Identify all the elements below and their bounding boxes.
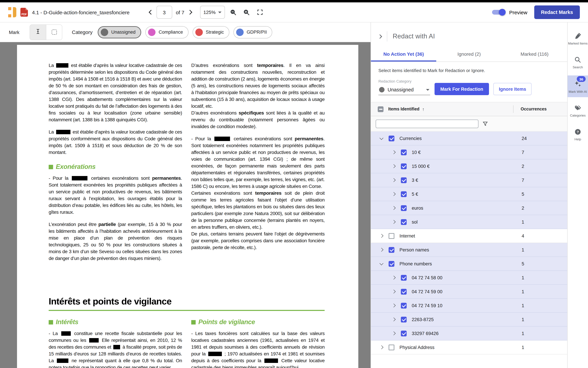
expand-row-chevron-icon[interactable] <box>380 248 384 252</box>
doc-paragraph: Certaines exonérations sont temporaires … <box>191 190 325 230</box>
doc-subheading-interets: Intérêts <box>49 318 182 326</box>
table-row-04-72-74-59-00[interactable]: 04 72 74 59 001 <box>371 285 567 299</box>
item-checkbox[interactable] <box>389 135 394 141</box>
item-checkbox[interactable] <box>401 191 407 197</box>
table-row-04-72-74-58-00[interactable]: 04 72 74 58 001 <box>371 271 567 285</box>
items-filter-input[interactable] <box>376 120 478 128</box>
area-select-tool-button[interactable] <box>46 25 62 40</box>
category-pill-label: GDPR/PII <box>247 29 267 35</box>
collapse-panel-chevron-icon[interactable] <box>378 34 382 38</box>
doc-text: La <box>49 63 55 68</box>
previous-page-chevron-icon[interactable] <box>149 10 153 15</box>
panel-controls: Redaction Category Unassigned Mark For R… <box>371 74 567 102</box>
page-number-input[interactable] <box>156 6 172 19</box>
table-row-sol[interactable]: sol1 <box>371 215 567 229</box>
rail-item-search[interactable]: Search <box>568 52 588 73</box>
sort-ascending-icon[interactable]: ↑ <box>422 107 424 112</box>
rail-item-mark-with-ai[interactable]: 36Mark With AI <box>568 75 588 97</box>
item-checkbox[interactable] <box>401 289 407 294</box>
expand-row-chevron-icon[interactable] <box>392 290 396 294</box>
document-viewport[interactable]: La est établie d’après la valeur locativ… <box>0 42 371 368</box>
expand-row-chevron-icon[interactable] <box>392 304 396 307</box>
item-checkbox[interactable] <box>389 344 394 350</box>
item-checkbox[interactable] <box>389 233 394 239</box>
rail-item-categories[interactable]: Categories <box>568 100 588 121</box>
toggle-knob <box>499 9 506 16</box>
item-checkbox[interactable] <box>401 275 407 280</box>
item-checkbox[interactable] <box>389 261 394 267</box>
items-table-header: Items Identified ↑ Occurrences <box>371 102 567 116</box>
doc-bold-text: temporaires <box>255 190 282 196</box>
category-pill-compliance[interactable]: Compliance <box>145 26 189 38</box>
expand-row-chevron-icon[interactable] <box>392 192 396 196</box>
table-row-physical-address[interactable]: Physical Address1 <box>371 340 567 354</box>
expand-row-chevron-icon[interactable] <box>380 234 384 238</box>
table-row-3[interactable]: 3 €7 <box>371 173 567 187</box>
expand-row-chevron-icon[interactable] <box>392 178 396 182</box>
ignore-items-button[interactable]: Ignore Items <box>493 83 532 95</box>
rail-item-help[interactable]: ?Help <box>568 124 588 145</box>
table-row-04-72-74-59-10[interactable]: 04 72 74 59 101 <box>371 299 567 313</box>
collapse-row-chevron-icon[interactable] <box>380 261 384 265</box>
select-all-checkbox[interactable] <box>378 106 384 112</box>
category-pill-unassigned[interactable]: Unassigned <box>98 26 141 38</box>
items-filter-row <box>371 116 567 131</box>
table-row-15-000[interactable]: 15 000 €2 <box>371 159 567 173</box>
item-occurrence-count: 1 <box>522 275 524 280</box>
item-checkbox[interactable] <box>401 316 407 322</box>
table-row-phone-numbers[interactable]: Phone numbers5 <box>371 257 567 271</box>
category-pill-strategic[interactable]: Strategic <box>193 26 229 38</box>
expand-row-chevron-icon[interactable] <box>380 345 384 349</box>
collapse-row-chevron-icon[interactable] <box>380 136 384 140</box>
expand-row-chevron-icon[interactable] <box>392 220 396 224</box>
table-row-5[interactable]: 5 €5 <box>371 187 567 201</box>
item-occurrence-count: 24 <box>522 136 527 141</box>
item-checkbox[interactable] <box>401 205 407 211</box>
doc-subheading-vigilance: Points de vigilance <box>191 318 325 326</box>
table-row-person-names[interactable]: Person names1 <box>371 243 567 257</box>
doc-bold-text: temporaires <box>257 63 283 68</box>
expand-row-chevron-icon[interactable] <box>392 276 396 280</box>
category-color-dot <box>101 28 108 36</box>
preview-toggle[interactable] <box>492 10 505 15</box>
item-checkbox[interactable] <box>401 219 407 225</box>
fullscreen-icon[interactable] <box>255 8 265 17</box>
next-page-chevron-icon[interactable] <box>187 10 192 15</box>
filter-funnel-icon[interactable] <box>482 121 488 127</box>
table-row-euros[interactable]: euros2 <box>371 201 567 215</box>
item-checkbox[interactable] <box>401 177 407 183</box>
expand-row-chevron-icon[interactable] <box>392 164 396 168</box>
item-checkbox[interactable] <box>401 303 407 308</box>
zoom-out-icon[interactable] <box>229 8 238 17</box>
redaction-category-select[interactable]: Unassigned <box>378 86 430 95</box>
zoom-in-icon[interactable] <box>242 8 251 17</box>
item-checkbox[interactable] <box>389 247 394 253</box>
unassigned-color-dot <box>379 87 385 92</box>
item-occurrence-count: 2 <box>522 164 524 169</box>
expand-row-chevron-icon[interactable] <box>392 206 396 210</box>
item-checkbox[interactable] <box>401 149 407 155</box>
table-row-currencies[interactable]: Currencies24 <box>371 131 567 146</box>
item-checkbox[interactable] <box>401 163 407 169</box>
rail-item-marked-items[interactable]: Marked Items <box>568 28 588 49</box>
tab-ignored-2[interactable]: Ignored (2) <box>436 47 502 62</box>
expand-row-chevron-icon[interactable] <box>392 331 396 335</box>
category-pill-gdpr-pii[interactable]: GDPR/PII <box>233 26 272 38</box>
table-row-internet[interactable]: Internet4 <box>371 229 567 243</box>
redact-marks-button[interactable]: Redact Marks <box>534 5 580 19</box>
category-pill-group: UnassignedComplianceStrategicGDPR/PII <box>98 26 272 38</box>
expand-row-chevron-icon[interactable] <box>392 318 396 322</box>
zoom-level-select[interactable]: 125% <box>200 6 225 19</box>
table-row-33297-69426[interactable]: 33297 694261 <box>371 327 567 340</box>
table-row-2263-8725[interactable]: 2263-87251 <box>371 313 567 327</box>
rail-item-label: Marked Items <box>568 41 588 45</box>
tab-no-action-yet-36[interactable]: No Action Yet (36) <box>371 47 436 62</box>
expand-row-chevron-icon[interactable] <box>392 150 396 154</box>
item-checkbox[interactable] <box>401 331 407 336</box>
doc-paragraph: - Pour la certaines exonérations sont pe… <box>49 175 182 215</box>
tab-marked-116[interactable]: Marked (116) <box>502 47 567 62</box>
table-row-10[interactable]: 10 €7 <box>371 146 567 159</box>
page-right-column: D’autres exonérations sont temporaires. … <box>191 62 325 251</box>
text-select-tool-button[interactable] <box>30 25 46 40</box>
mark-for-redaction-button[interactable]: Mark For Redaction <box>434 83 489 95</box>
